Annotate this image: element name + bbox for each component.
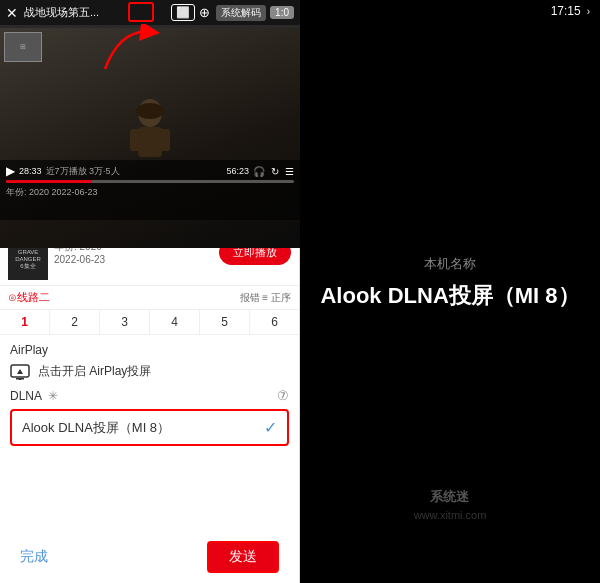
route-label[interactable]: ⊙线路二 <box>8 290 240 305</box>
svg-rect-4 <box>160 129 170 151</box>
dlna-help-icon[interactable]: ⑦ <box>277 388 289 403</box>
dlna-label: DLNA <box>10 389 42 403</box>
menu-icon[interactable]: ☰ <box>285 166 294 177</box>
route-row: ⊙线路二 报错 ≡ 正序 <box>0 286 299 310</box>
status-time: 17:15 <box>551 4 581 18</box>
video-meta: 年份: 2020 2022-06-23 <box>6 186 98 199</box>
decode-button[interactable]: 系统解码 <box>216 5 266 21</box>
airplay-click-text: 点击开启 AirPlay投屏 <box>38 363 151 380</box>
share-icon[interactable]: ⊕ <box>199 5 210 20</box>
svg-rect-8 <box>16 378 24 380</box>
ratio-button[interactable]: 1:0 <box>270 6 294 19</box>
episode-6[interactable]: 6 <box>250 310 299 334</box>
svg-rect-2 <box>138 127 162 157</box>
refresh-icon[interactable]: ↻ <box>271 166 279 177</box>
headphone-icon[interactable]: 🎧 <box>253 166 265 177</box>
video-title: 战地现场第五... <box>24 5 171 20</box>
airplay-section: AirPlay 点击开启 AirPlay投屏 DLNA ✳ ⑦ Alook DL… <box>0 335 299 458</box>
watermark-url: www.xitmi.com <box>414 507 487 524</box>
episode-1[interactable]: 1 <box>0 310 50 334</box>
svg-marker-9 <box>17 369 23 374</box>
svg-point-5 <box>136 103 164 119</box>
elapsed-time: 28:33 <box>19 166 42 176</box>
monitor-icon <box>10 364 30 380</box>
airplay-topbar-button[interactable]: ⬜ <box>171 4 195 21</box>
watermark: 系统迷 www.xitmi.com <box>414 487 487 523</box>
views-label: 近7万播放 3万·5人 <box>46 165 223 178</box>
airplay-monitor-svg <box>10 364 30 380</box>
progress-bar[interactable] <box>6 180 294 183</box>
device-selected-checkmark: ✓ <box>264 418 277 437</box>
episode-4[interactable]: 4 <box>150 310 200 334</box>
movie-date: 2022-06-23 <box>54 254 213 265</box>
svg-rect-3 <box>130 129 140 151</box>
status-bar: 17:15 › <box>300 0 600 22</box>
device-title: Alook DLNA投屏（MI 8） <box>320 281 579 311</box>
right-panel: 17:15 › 本机名称 Alook DLNA投屏（MI 8） 系统迷 www.… <box>300 0 600 583</box>
watermark-name: 系统迷 <box>414 487 487 507</box>
episode-2[interactable]: 2 <box>50 310 100 334</box>
dlna-row: DLNA ✳ ⑦ <box>10 388 289 403</box>
dlna-spinner-icon: ✳ <box>48 389 58 403</box>
pip-thumbnail: ⊞ <box>4 32 42 62</box>
bottom-buttons: 完成 发送 <box>0 533 299 583</box>
progress-fill <box>6 180 92 183</box>
video-area: ✕ 战地现场第五... ⬜ ⊕ 系统解码 1:0 <box>0 0 300 220</box>
episode-row: 1 2 3 4 5 6 <box>0 310 299 335</box>
left-panel: ✕ 战地现场第五... ⬜ ⊕ 系统解码 1:0 <box>0 0 300 583</box>
close-icon[interactable]: ✕ <box>6 5 18 21</box>
episode-3[interactable]: 3 <box>100 310 150 334</box>
device-selection-row[interactable]: Alook DLNA投屏（MI 8） ✓ <box>10 409 289 446</box>
route-options[interactable]: 报错 ≡ 正序 <box>240 291 291 305</box>
device-name-label: Alook DLNA投屏（MI 8） <box>22 419 264 437</box>
device-subtitle: 本机名称 <box>424 255 476 273</box>
airplay-section-label: AirPlay <box>10 343 289 357</box>
airplay-enable-row[interactable]: 点击开启 AirPlay投屏 <box>10 363 289 380</box>
chevron-icon: › <box>587 6 590 17</box>
video-controls: ▶ 28:33 近7万播放 3万·5人 56:23 🎧 ↻ ☰ 年份: 2020… <box>0 160 300 220</box>
done-button[interactable]: 完成 <box>20 548 48 566</box>
video-topbar: ✕ 战地现场第五... ⬜ ⊕ 系统解码 1:0 <box>0 0 300 25</box>
episode-5[interactable]: 5 <box>200 310 250 334</box>
send-button[interactable]: 发送 <box>207 541 279 573</box>
total-time: 56:23 <box>226 166 249 176</box>
play-button[interactable]: ▶ <box>6 164 15 178</box>
